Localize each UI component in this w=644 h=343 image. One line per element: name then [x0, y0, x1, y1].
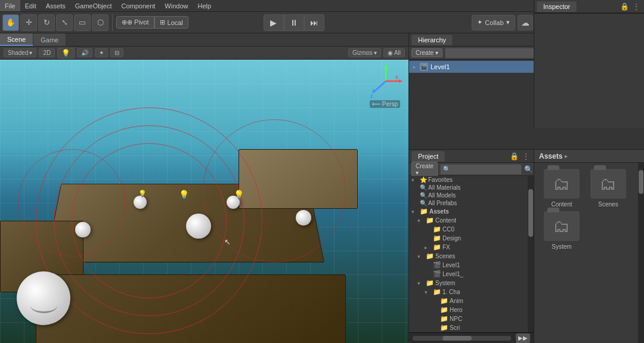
custom-tool[interactable]: ⬡	[92, 14, 109, 31]
asset-system[interactable]: 🗂 System	[540, 211, 583, 250]
gizmos-dropdown[interactable]: Gizmos ▾	[348, 48, 381, 57]
tree-level1[interactable]: 🎬 Level1	[409, 261, 528, 270]
asset-content[interactable]: 🗂 Content	[540, 169, 583, 208]
inspector-lock-icon[interactable]: 🔒	[619, 1, 630, 12]
fx-arrow-icon: ▸	[425, 245, 432, 251]
asset-folder-content: 🗂	[544, 169, 580, 199]
asset-scenes[interactable]: 🗂 Scenes	[587, 169, 630, 208]
tree-content[interactable]: ▾ 📁 Content	[409, 216, 528, 225]
menu-assets[interactable]: Assets	[41, 0, 70, 11]
assets-scrollbar[interactable]	[638, 163, 644, 343]
tree-hero[interactable]: 📁 Hero	[409, 305, 528, 314]
gizmo-circle-4	[18, 149, 125, 257]
2d-button[interactable]: 2D	[39, 48, 55, 57]
scene-game-tabs: Scene Game	[0, 33, 408, 47]
menu-help[interactable]: Help	[193, 0, 216, 11]
shaded-label: Shaded	[8, 50, 28, 56]
inspector-tab-bar: Inspector 🔒 ⋮	[534, 0, 644, 13]
project-create-button[interactable]: Create ▾	[411, 162, 438, 177]
cc0-folder-icon: 📁	[433, 225, 441, 233]
tree-system[interactable]: ▾ 📁 System	[409, 279, 528, 288]
all-materials-label: All Materials	[428, 184, 460, 191]
system-arrow-icon: ▾	[417, 280, 425, 286]
hierarchy-tab[interactable]: Hierarchy	[411, 35, 453, 45]
design-label: Design	[442, 235, 461, 242]
hierarchy-create-button[interactable]: Create ▾	[411, 48, 442, 57]
cloud-button[interactable]: ☁	[518, 15, 533, 30]
project-lock-icon[interactable]: 🔒	[509, 151, 519, 162]
persp-label: ⟵ Persp	[370, 100, 400, 108]
menu-file[interactable]: File	[0, 0, 20, 11]
inspector-tab[interactable]: Inspector	[537, 1, 577, 12]
gizmo-axis: y x z	[368, 63, 404, 99]
shaded-dropdown[interactable]: Shaded ▾	[4, 48, 36, 57]
tree-1cha[interactable]: ▾ 📁 1. Cha	[409, 288, 528, 296]
asset-folder-scenes: 🗂	[590, 169, 626, 199]
project-tab[interactable]: Project	[411, 151, 445, 162]
tree-all-models[interactable]: 🔍 All Models	[409, 191, 528, 199]
menu-gameobject[interactable]: GameObject	[70, 0, 117, 11]
anim-folder-icon: 📁	[440, 297, 448, 305]
tab-scene[interactable]: Scene	[0, 33, 33, 46]
menu-edit[interactable]: Edit	[20, 0, 41, 11]
project-hscroll[interactable]	[413, 336, 511, 341]
tree-scenes[interactable]: ▾ 📁 Scenes	[409, 252, 528, 261]
tree-npc[interactable]: 📁 NPC	[409, 314, 528, 323]
move-tool[interactable]: ✛	[20, 14, 37, 31]
tree-design[interactable]: 📁 Design	[409, 234, 528, 243]
content-folder-label: Content	[551, 201, 572, 208]
right-sub-panel: Assets ▸ 🗂 Content	[534, 149, 644, 343]
scenes-arrow-icon: ▾	[417, 254, 425, 259]
effects-button[interactable]: ✦	[95, 48, 108, 57]
collab-button[interactable]: ✦ Collab ▾	[472, 15, 515, 30]
menu-component[interactable]: Component	[116, 0, 160, 11]
scale-tool[interactable]: ⤡	[56, 14, 73, 31]
navmesh-button[interactable]: ⊟	[110, 48, 123, 57]
search-icon[interactable]: 🔍	[524, 164, 533, 175]
bulb-icon-2: 💡	[234, 190, 244, 199]
pause-button[interactable]: ⏸	[284, 14, 304, 31]
inspector-content	[534, 13, 644, 128]
menu-window[interactable]: Window	[160, 0, 193, 11]
local-button[interactable]: ⊞ Local	[154, 16, 188, 29]
inspector-menu-icon[interactable]: ⋮	[631, 1, 642, 12]
tree-all-materials[interactable]: 🔍 All Materials	[409, 184, 528, 191]
bottom-right: Project 🔒 ⋮ Create ▾ 🔍 ⭐	[408, 149, 644, 343]
lights-button[interactable]: 💡	[57, 48, 75, 58]
asset-folder-system: 🗂	[544, 211, 580, 241]
all-button[interactable]: ◉ All	[383, 48, 405, 57]
tree-level1b[interactable]: 🎬 Level1_	[409, 270, 528, 279]
tab-game[interactable]: Game	[33, 33, 66, 46]
gizmos-label: Gizmos	[352, 50, 373, 56]
audio-button[interactable]: 🔊	[77, 48, 92, 57]
step-button[interactable]: ⏭	[304, 14, 324, 31]
project-scrollbar[interactable]	[528, 176, 534, 332]
tree-anim[interactable]: 📁 Anim	[409, 296, 528, 305]
hand-tool[interactable]: ✋	[2, 14, 19, 31]
project-play-button[interactable]: ▶▶	[516, 333, 530, 343]
tree-fx[interactable]: ▸ 📁 FX	[409, 243, 528, 252]
design-folder-icon: 📁	[433, 234, 441, 242]
content-folder-icon: 🗂	[553, 174, 570, 194]
tree-favorites-header[interactable]: ▾ ⭐ Favorites	[409, 176, 528, 184]
play-button[interactable]: ▶	[264, 14, 284, 31]
tree-all-prefabs[interactable]: 🔍 All Prefabs	[409, 199, 528, 207]
rotate-tool[interactable]: ↻	[38, 14, 55, 31]
rect-tool[interactable]: ▭	[74, 14, 91, 31]
scene-viewport[interactable]: 💡 💡 💡 ↖ y x z	[0, 60, 408, 343]
project-tree[interactable]: ▾ ⭐ Favorites 🔍 All Materials 🔍 All Mode…	[409, 176, 528, 332]
pivot-button[interactable]: ⊕ ⊕ Pivot	[116, 16, 154, 29]
models-search-icon: 🔍	[420, 192, 427, 199]
system-folder-icon: 🗂	[553, 217, 570, 236]
project-menu-icon[interactable]: ⋮	[521, 151, 531, 162]
tree-cc0[interactable]: 📁 CC0	[409, 225, 528, 234]
sphere-sm-4	[296, 210, 311, 225]
tree-assets-header[interactable]: ▾ 📁 Assets	[409, 207, 528, 216]
level1-scene-icon: 🎬	[433, 261, 441, 269]
assets-grid: 🗂 Content 🗂 Scenes	[534, 163, 638, 343]
level1-label: Level1	[431, 63, 450, 70]
project-search-input[interactable]	[440, 164, 522, 175]
play-controls: ▶ ⏸ ⏭	[264, 14, 324, 31]
tree-scri[interactable]: 📁 Scri	[409, 323, 528, 332]
sphere-med-center	[186, 214, 211, 239]
